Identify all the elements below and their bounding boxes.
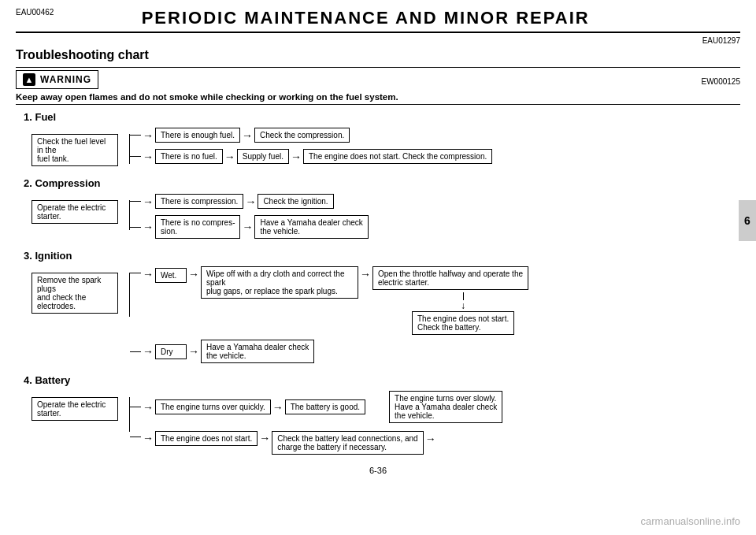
warning-label: WARNING — [40, 74, 91, 85]
ign-arrow-5 — [188, 345, 199, 358]
bat-result-2: Check the battery lead connections, andc… — [272, 431, 423, 455]
ign-arrow-2 — [188, 268, 199, 281]
comp-result-2: Have a Yamaha dealer checkthe vehicle. — [254, 215, 368, 239]
ign-cond-2: Dry — [155, 344, 187, 359]
bat-arrow-5 — [425, 433, 436, 445]
ign-result-2: Have a Yamaha dealer checkthe vehicle. — [201, 340, 314, 363]
watermark: carmanualsonline.info — [641, 515, 740, 527]
ign-result-1b: Open the throttle halfway and operate th… — [372, 266, 528, 290]
bat-arrow-2 — [272, 401, 284, 414]
tab-number: 6 — [744, 214, 750, 227]
fuel-heading: 1. Fuel — [24, 111, 732, 123]
ign-result-1c: The engine does not start.Check the batt… — [412, 311, 514, 335]
bat-result-side: The engine turns over slowly.Have a Yama… — [389, 391, 502, 423]
compression-heading: 2. Compression — [24, 177, 732, 189]
fuel-arrow-1 — [143, 129, 154, 142]
comp-arrow-2 — [245, 195, 256, 208]
compression-start-box: Operate the electricstarter. — [32, 200, 118, 224]
ign-arrow-4 — [143, 345, 154, 358]
section-fuel: 1. Fuel Check the fuel level in thefuel … — [24, 111, 732, 166]
fuel-result-2a: Supply fuel. — [237, 149, 289, 164]
battery-start-box: Operate the electricstarter. — [32, 397, 118, 421]
section-compression: 2. Compression Operate the electricstart… — [24, 177, 732, 239]
ignition-start-box: Remove the spark plugsand check the elec… — [32, 273, 118, 314]
warning-icon: ▲ — [23, 73, 35, 86]
warning-text: Keep away open flames and do not smoke w… — [16, 92, 740, 105]
comp-cond-2: There is no compres-sion. — [155, 215, 240, 239]
charts-area: 1. Fuel Check the fuel level in thefuel … — [16, 111, 740, 455]
warning-box: ▲ WARNING — [16, 70, 98, 89]
section-title: Troubleshooting chart — [16, 48, 740, 62]
fuel-cond-1: There is enough fuel. — [155, 128, 240, 143]
bat-cond-2: The engine does not start. — [155, 431, 258, 446]
ign-cond-1: Wet. — [155, 268, 187, 283]
fuel-arrow-5 — [291, 150, 302, 163]
page-header: EAU00462 PERIODIC MAINTENANCE AND MINOR … — [16, 8, 740, 33]
bat-arrow-3 — [143, 432, 154, 444]
fuel-arrow-2 — [242, 129, 253, 142]
bat-arrow-1 — [143, 401, 154, 414]
page-number: 6-36 — [16, 466, 740, 475]
comp-arrow-4 — [242, 221, 253, 233]
fuel-cond-2: There is no fuel. — [155, 149, 223, 164]
ign-arrow-3 — [360, 268, 371, 281]
ign-result-1a: Wipe off with a dry cloth and correct th… — [201, 266, 358, 299]
ign-arrow-1 — [143, 268, 154, 281]
ignition-heading: 3. Ignition — [24, 250, 732, 262]
section-tab: 6 — [739, 200, 756, 241]
fuel-result-2b: The engine does not start. Check the com… — [303, 149, 492, 164]
bat-cond-1: The engine turns over quickly. — [155, 399, 271, 414]
section-battery: 4. Battery Operate the electricstarter. … — [24, 374, 732, 455]
fuel-start-box: Check the fuel level in thefuel tank. — [32, 134, 118, 166]
comp-cond-1: There is compression. — [155, 194, 243, 209]
header-code-left: EAU00462 — [16, 8, 54, 17]
bat-arrow-4 — [259, 432, 270, 444]
comp-result-1: Check the ignition. — [258, 194, 333, 209]
warning-ew-code: EW000125 — [702, 77, 740, 86]
bat-result-1: The battery is good. — [285, 399, 365, 414]
section-ignition: 3. Ignition Remove the spark plugsand ch… — [24, 250, 732, 363]
comp-arrow-1 — [143, 195, 154, 208]
fuel-arrow-3 — [143, 150, 154, 163]
fuel-result-1: Check the compression. — [254, 128, 350, 143]
page-title: PERIODIC MAINTENANCE AND MINOR REPAIR — [54, 8, 677, 28]
section-code: EAU01297 — [16, 36, 740, 45]
battery-heading: 4. Battery — [24, 374, 732, 386]
fuel-arrow-4 — [224, 150, 235, 163]
comp-arrow-3 — [143, 221, 154, 233]
